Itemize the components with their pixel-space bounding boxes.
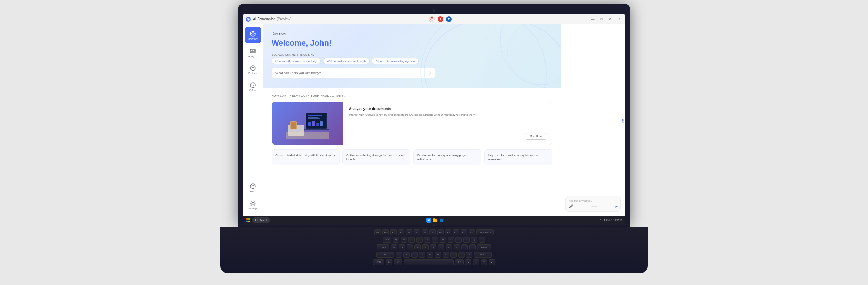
key-ctrl-l[interactable]: CTRL	[373, 259, 384, 265]
key-v[interactable]: V	[419, 252, 425, 258]
mic-icon[interactable]: 🎤	[569, 204, 573, 208]
windows-logo[interactable]	[246, 218, 250, 222]
quick-card-4[interactable]: Help me plan a wellness day focused on r…	[484, 149, 552, 165]
key-arrow-left[interactable]: ◀	[465, 259, 471, 265]
key-j[interactable]: J	[438, 244, 444, 250]
quick-card-1[interactable]: Create a to do list for today with time …	[272, 149, 340, 165]
key-b[interactable]: B	[427, 252, 433, 258]
key-w[interactable]: W	[401, 237, 407, 243]
key-arrow-down[interactable]: ▼	[481, 259, 487, 265]
key-z[interactable]: Z	[396, 252, 402, 258]
key-s[interactable]: S	[399, 244, 405, 250]
user-avatar[interactable]: JS	[446, 16, 452, 22]
chip-2[interactable]: Write a post for product launch	[323, 58, 370, 64]
screen-content: AI Companion (Preview) ⏰ 1 JS — □ ✕ ↺	[243, 14, 625, 224]
sidebar: Discover	[243, 24, 263, 216]
key-y[interactable]: Y	[432, 237, 438, 243]
sidebar-item-discover[interactable]: Discover	[245, 27, 261, 43]
key-quote[interactable]: '	[469, 244, 476, 250]
key-f10[interactable]: F10	[453, 229, 459, 235]
key-x[interactable]: X	[403, 252, 410, 258]
key-k[interactable]: K	[446, 244, 452, 250]
svg-point-1	[248, 19, 249, 19]
notification-badge[interactable]: 1	[438, 16, 443, 22]
key-f8[interactable]: F8	[437, 229, 444, 235]
key-i[interactable]: I	[448, 237, 454, 243]
key-f9[interactable]: F9	[445, 229, 451, 235]
key-t[interactable]: T	[424, 237, 430, 243]
key-backspace[interactable]: BACKSPACE	[476, 229, 494, 235]
chip-3[interactable]: Create a team meeting agenda	[372, 58, 419, 64]
key-tab[interactable]: TAB	[383, 237, 391, 243]
minimize-button[interactable]: —	[589, 16, 596, 22]
chip-1[interactable]: How can AI enhance productivity	[272, 58, 321, 64]
key-f11[interactable]: F11	[461, 229, 467, 235]
key-l[interactable]: L	[454, 244, 460, 250]
search-input-container	[272, 68, 435, 78]
key-bracket-l[interactable]: [	[471, 237, 477, 243]
key-shift-r[interactable]: SHIFT	[474, 252, 492, 258]
key-arrow-right[interactable]: ▶	[489, 259, 495, 265]
key-semi[interactable]: ;	[461, 244, 468, 250]
window-controls: — □ ✕ ↺	[589, 16, 622, 22]
quick-card-2[interactable]: Outline a marketing strategy for a new p…	[342, 149, 410, 165]
key-space[interactable]	[404, 259, 454, 265]
refresh-button[interactable]: ↺	[615, 16, 622, 22]
key-d[interactable]: D	[407, 244, 413, 250]
feature-card-content: Analyze your documents Interact with Ana…	[272, 102, 552, 145]
key-alt-l[interactable]: ALT	[394, 259, 402, 265]
key-shift-l[interactable]: SHIFT	[376, 252, 394, 258]
key-bracket-r[interactable]: ]	[479, 237, 485, 243]
help-icon: ?	[250, 183, 256, 190]
key-m[interactable]: M	[443, 252, 449, 258]
key-f1[interactable]: F1	[382, 229, 389, 235]
key-c[interactable]: C	[411, 252, 418, 258]
key-slash[interactable]: /	[466, 252, 472, 258]
send-icon[interactable]	[426, 70, 432, 76]
sidebar-item-settings[interactable]: Settings	[245, 197, 261, 213]
taskbar-app-store[interactable]	[439, 218, 444, 223]
key-u[interactable]: U	[440, 237, 446, 243]
key-h[interactable]: H	[430, 244, 436, 250]
taskbar-app-edge[interactable]	[426, 218, 431, 223]
key-fn[interactable]: FN	[386, 259, 392, 265]
key-f7[interactable]: F7	[429, 229, 436, 235]
quick-card-3[interactable]: Build a timeline for my upcoming project…	[413, 149, 481, 165]
key-esc[interactable]: esc	[374, 229, 381, 235]
key-f12[interactable]: F12	[469, 229, 475, 235]
sidebar-item-perform[interactable]: Perform	[245, 61, 261, 78]
char-count: 0/800	[591, 205, 597, 208]
key-arrow-up[interactable]: ▲	[473, 259, 479, 265]
key-a[interactable]: A	[391, 244, 397, 250]
key-o[interactable]: O	[455, 237, 462, 243]
key-comma[interactable]: ,	[450, 252, 457, 258]
key-f4[interactable]: F4	[406, 229, 412, 235]
sidebar-item-help[interactable]: ? Help	[245, 180, 261, 196]
key-f6[interactable]: F6	[422, 229, 428, 235]
key-g[interactable]: G	[422, 244, 429, 250]
sidebar-item-offers[interactable]: Offers	[245, 78, 261, 95]
maximize-button[interactable]: □	[598, 16, 605, 22]
key-f5[interactable]: F5	[414, 229, 420, 235]
see-how-button[interactable]: See How	[526, 133, 546, 140]
key-r[interactable]: R	[416, 237, 423, 243]
key-dot[interactable]: .	[458, 252, 465, 258]
key-q[interactable]: Q	[393, 237, 399, 243]
key-f3[interactable]: F3	[398, 229, 404, 235]
key-alt-r[interactable]: ALT	[455, 259, 464, 265]
key-f[interactable]: F	[414, 244, 421, 250]
taskbar-search[interactable]: Search	[252, 217, 270, 223]
key-p[interactable]: P	[463, 237, 470, 243]
key-caps[interactable]: CAPS	[377, 244, 389, 250]
taskbar-app-files[interactable]	[433, 218, 438, 223]
key-f2[interactable]: F2	[390, 229, 397, 235]
quick-card-text-1: Create a to do list for today with time …	[275, 153, 336, 157]
key-enter[interactable]: ENTER	[477, 244, 491, 250]
clock-icon[interactable]: ⏰	[429, 16, 435, 22]
send-chat-icon[interactable]: ➤	[615, 204, 618, 208]
sidebar-item-analyze[interactable]: Analyze	[245, 44, 261, 61]
key-n[interactable]: N	[435, 252, 441, 258]
search-input[interactable]	[275, 71, 424, 75]
key-e[interactable]: E	[408, 237, 415, 243]
close-button[interactable]: ✕	[606, 16, 614, 22]
